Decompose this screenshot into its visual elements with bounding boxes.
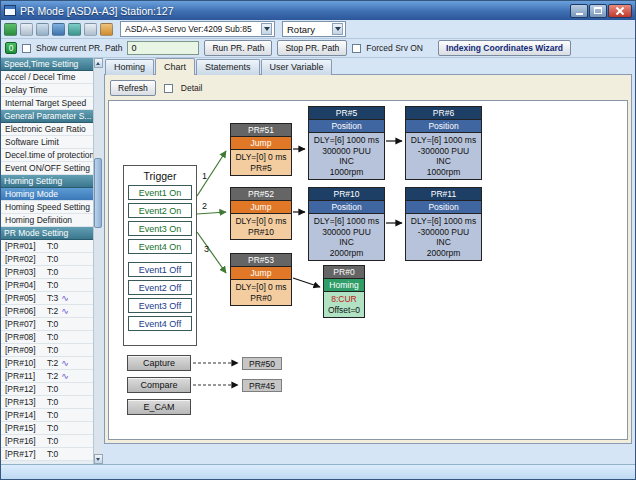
event-on-box[interactable]: Event4 On bbox=[128, 239, 192, 254]
nav-group-general: Electronic Gear RatioSoftware LimitDecel… bbox=[1, 123, 93, 175]
sidebar-item[interactable]: Electronic Gear Ratio bbox=[1, 123, 93, 136]
detail-checkbox[interactable] bbox=[164, 84, 173, 93]
sidebar-item-pr[interactable]: [PR#17] T:0 bbox=[1, 448, 93, 461]
sidebar-item-homing-speed[interactable]: Homing Speed Setting bbox=[1, 201, 93, 214]
toolbar-icon-1[interactable] bbox=[4, 23, 17, 36]
sidebar-item[interactable]: Delay Time bbox=[1, 84, 93, 97]
tab-homing[interactable]: Homing bbox=[105, 59, 154, 75]
scrollbar-track[interactable] bbox=[94, 68, 103, 454]
sidebar-scrollbar[interactable] bbox=[93, 58, 102, 464]
sidebar-item[interactable]: Software Limit bbox=[1, 136, 93, 149]
node-body: DLY=[6] 1000 ms 300000 PUU INC 1000rpm bbox=[309, 133, 384, 179]
events-on-group: Event1 OnEvent2 OnEvent3 OnEvent4 On bbox=[124, 185, 196, 254]
pr-node-jump-52[interactable]: PR#52 Jump DLY=[0] 0 ms PR#10 bbox=[230, 187, 292, 240]
sidebar-item-pr[interactable]: [PR#12] T:0 bbox=[1, 383, 93, 396]
event-off-box[interactable]: Event4 Off bbox=[128, 316, 192, 331]
toolbar-icon-5[interactable] bbox=[68, 23, 81, 36]
stop-pr-path-button[interactable]: Stop PR. Path bbox=[277, 40, 347, 56]
minimize-icon bbox=[576, 13, 583, 15]
event-on-box[interactable]: Event2 On bbox=[128, 203, 192, 218]
nav-header-pr-mode[interactable]: PR Mode Setting bbox=[1, 227, 93, 240]
sidebar-item-pr[interactable]: [PR#05] T:3 ∿ bbox=[1, 292, 93, 305]
speed-line: 1000rpm bbox=[309, 167, 384, 178]
node-action: Homing bbox=[324, 279, 364, 292]
show-path-checkbox[interactable] bbox=[22, 44, 31, 53]
app-icon bbox=[4, 5, 16, 16]
node-body: DLY=[6] 1000 ms 300000 PUU INC 2000rpm bbox=[309, 214, 384, 260]
pr-node-jump-51[interactable]: PR#51 Jump DLY=[0] 0 ms PR#5 bbox=[230, 123, 292, 176]
toolbar-icon-3[interactable] bbox=[36, 23, 49, 36]
nav-group-pr: [PR#01] T:0 [PR#02] T:0 [PR#03] bbox=[1, 240, 93, 461]
mode-line: INC bbox=[309, 156, 384, 167]
run-pr-path-button[interactable]: Run PR. Path bbox=[204, 40, 272, 56]
sidebar-item[interactable]: Event ON/OFF Setting bbox=[1, 162, 93, 175]
event-on-box[interactable]: Event3 On bbox=[128, 221, 192, 236]
capture-button[interactable]: Capture bbox=[127, 355, 191, 371]
tab-statements[interactable]: Statements bbox=[196, 59, 260, 75]
mode-select-combo[interactable]: Rotary bbox=[282, 21, 346, 37]
node-body: 8:CUR Offset=0 bbox=[324, 292, 364, 317]
pr-node-position-11[interactable]: PR#11 Position DLY=[6] 1000 ms -300000 P… bbox=[405, 187, 482, 261]
path-number-input[interactable] bbox=[127, 41, 199, 55]
sidebar-item-pr[interactable]: [PR#09] T:0 bbox=[1, 344, 93, 357]
sidebar-item-pr[interactable]: [PR#10] T:2 ∿ bbox=[1, 357, 93, 370]
toolbar-icon-6[interactable] bbox=[84, 23, 97, 36]
toolbar-icon-7[interactable] bbox=[100, 23, 113, 36]
delay-line: DLY=[0] 0 ms bbox=[231, 282, 291, 293]
status-led: 0 bbox=[5, 42, 17, 54]
pr-node-position-10[interactable]: PR#10 Position DLY=[6] 1000 ms 300000 PU… bbox=[308, 187, 385, 261]
delay-line: DLY=[0] 0 ms bbox=[231, 216, 291, 227]
sidebar-item-pr[interactable]: [PR#15] T:0 bbox=[1, 422, 93, 435]
minimize-button[interactable] bbox=[570, 4, 588, 18]
pr-node-homing-0[interactable]: PR#0 Homing 8:CUR Offset=0 bbox=[323, 265, 365, 318]
nav-header-speed-time[interactable]: Speed,Time Setting bbox=[1, 58, 93, 71]
sidebar-item-pr[interactable]: [PR#13] T:0 bbox=[1, 396, 93, 409]
event-on-box[interactable]: Event1 On bbox=[128, 185, 192, 200]
chevron-down-icon bbox=[261, 23, 272, 35]
maximize-icon bbox=[594, 7, 602, 14]
event-off-box[interactable]: Event1 Off bbox=[128, 262, 192, 277]
compare-button[interactable]: Compare bbox=[127, 377, 191, 393]
maximize-button[interactable] bbox=[589, 4, 607, 18]
ecam-button[interactable]: E_CAM bbox=[127, 399, 191, 415]
chart-tab-page: Refresh Detail bbox=[104, 74, 632, 444]
sidebar-item-pr[interactable]: [PR#04] T:0 bbox=[1, 279, 93, 292]
forced-srv-checkbox[interactable] bbox=[352, 44, 361, 53]
event-off-box[interactable]: Event3 Off bbox=[128, 298, 192, 313]
tab-chart[interactable]: Chart bbox=[155, 58, 195, 75]
servo-version-combo[interactable]: ASDA-A3 Servo Ver:4209 Sub:85 bbox=[120, 21, 275, 37]
toolbar-icon-4[interactable] bbox=[52, 23, 65, 36]
close-button[interactable] bbox=[608, 4, 632, 18]
refresh-button[interactable]: Refresh bbox=[110, 80, 156, 96]
nav-header-general[interactable]: General Parameter S... bbox=[1, 110, 93, 123]
indexing-wizard-button[interactable]: Indexing Coordinates Wizard bbox=[438, 40, 571, 56]
sidebar-item-homing-mode[interactable]: Homing Mode bbox=[1, 188, 93, 201]
sidebar-item-homing-definition[interactable]: Homing Definition bbox=[1, 214, 93, 227]
sidebar-item-pr[interactable]: [PR#01] T:0 bbox=[1, 240, 93, 253]
toolbar-icon-2[interactable] bbox=[20, 23, 33, 36]
sidebar-item-pr[interactable]: [PR#14] T:0 bbox=[1, 409, 93, 422]
sidebar-item-pr[interactable]: [PR#03] T:0 bbox=[1, 266, 93, 279]
pr-node-position-6[interactable]: PR#6 Position DLY=[6] 1000 ms -300000 PU… bbox=[405, 106, 482, 180]
main-panel: Homing Chart Statements User Variable Re… bbox=[102, 58, 635, 464]
sidebar-item[interactable]: Accel / Decel Time bbox=[1, 71, 93, 84]
sidebar-item[interactable]: Decel.time of protection bbox=[1, 149, 93, 162]
sidebar-item-pr[interactable]: [PR#16] T:0 bbox=[1, 435, 93, 448]
node-header: PR#10 bbox=[309, 188, 384, 201]
forced-srv-label: Forced Srv ON bbox=[366, 43, 423, 53]
sidebar-item-pr[interactable]: [PR#02] T:0 bbox=[1, 253, 93, 266]
sidebar-item-pr[interactable]: [PR#11] T:2 ∿ bbox=[1, 370, 93, 383]
sidebar-item-pr[interactable]: [PR#07] T:0 bbox=[1, 318, 93, 331]
nav-header-homing[interactable]: Homing Setting bbox=[1, 175, 93, 188]
sidebar-item-pr[interactable]: [PR#06] T:2 ∿ bbox=[1, 305, 93, 318]
node-body: DLY=[0] 0 ms PR#5 bbox=[231, 150, 291, 175]
sidebar-item[interactable]: Internal Target Speed bbox=[1, 97, 93, 110]
pr-node-jump-53[interactable]: PR#53 Jump DLY=[0] 0 ms PR#0 bbox=[230, 253, 292, 306]
sidebar-item-pr[interactable]: [PR#08] T:0 bbox=[1, 331, 93, 344]
tab-user-variable[interactable]: User Variable bbox=[261, 59, 333, 75]
scrollbar-thumb[interactable] bbox=[94, 158, 102, 228]
pr-node-position-5[interactable]: PR#5 Position DLY=[6] 1000 ms 300000 PUU… bbox=[308, 106, 385, 180]
event-off-box[interactable]: Event2 Off bbox=[128, 280, 192, 295]
speed-line: 2000rpm bbox=[406, 248, 481, 259]
trigger-box: Trigger Event1 OnEvent2 OnEvent3 OnEvent… bbox=[123, 165, 197, 346]
